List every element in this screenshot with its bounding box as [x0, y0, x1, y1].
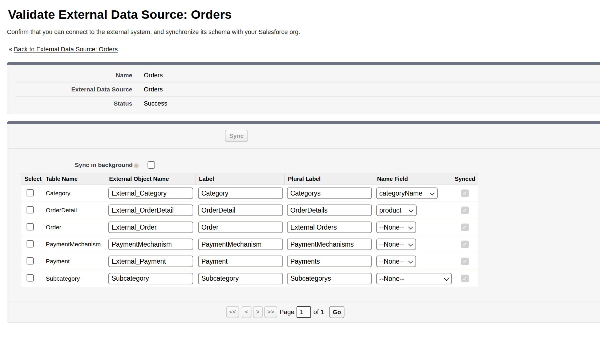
table-row: Payment--None--✓ [21, 253, 478, 270]
input-cell [196, 185, 285, 202]
page-number-input[interactable] [297, 306, 311, 318]
input-cell [106, 202, 196, 219]
select-cell [21, 236, 42, 253]
name-field-select[interactable]: --None-- [376, 239, 416, 250]
input-cell [106, 219, 196, 236]
select-cell [21, 219, 42, 236]
row-select-checkbox[interactable] [27, 257, 34, 264]
row-select-checkbox[interactable] [27, 240, 34, 247]
column-header-external-object-name: External Object Name [106, 173, 196, 185]
synced-checkbox: ✓ [461, 275, 469, 282]
row-select-checkbox[interactable] [27, 274, 34, 282]
name-field-select-wrap: product [376, 204, 417, 216]
back-link[interactable]: Back to External Data Source: Orders [14, 46, 118, 53]
previous-page-button[interactable]: < [242, 306, 251, 318]
name-field-cell: --None-- [374, 236, 452, 253]
input-cell [196, 202, 285, 219]
input-cell [106, 270, 196, 287]
help-icon[interactable]: ? [134, 163, 139, 168]
plural-label-input[interactable] [287, 204, 372, 216]
sync-panel-body: Sync Sync in background ? SelectTable Na… [7, 124, 600, 323]
external-object-name-input[interactable] [108, 239, 193, 250]
select-cell [21, 253, 42, 270]
last-page-button[interactable]: >> [264, 306, 277, 318]
sync-button[interactable]: Sync [225, 130, 248, 142]
external-objects-table: SelectTable NameExternal Object NameLabe… [21, 173, 478, 287]
external-object-name-input[interactable] [108, 256, 193, 267]
name-field-cell: --None-- [374, 253, 452, 270]
detail-row: StatusSuccess [15, 96, 600, 110]
name-field-select-wrap: categoryName [376, 187, 438, 199]
pagination: << < > >> Page of 1 Go [7, 301, 600, 322]
label-input[interactable] [198, 204, 283, 216]
synced-checkbox: ✓ [461, 207, 469, 214]
name-field-select[interactable]: --None-- [376, 222, 416, 233]
column-header-name-field: Name Field [374, 173, 452, 185]
synced-cell: ✓ [452, 219, 478, 236]
name-field-cell: --None-- [374, 219, 452, 236]
synced-checkbox: ✓ [461, 241, 469, 248]
next-page-button[interactable]: > [253, 306, 263, 318]
sync-in-background-label: Sync in background [75, 162, 133, 168]
table-name-cell: Payment [42, 253, 106, 270]
synced-checkbox: ✓ [461, 189, 469, 197]
external-object-name-input[interactable] [108, 187, 193, 199]
label-input[interactable] [198, 239, 283, 250]
row-select-checkbox[interactable] [27, 189, 34, 196]
table-name-cell: Subcategory [42, 270, 106, 287]
label-input[interactable] [198, 187, 283, 199]
synced-cell: ✓ [452, 185, 478, 202]
label-input[interactable] [198, 222, 283, 233]
sync-in-background-checkbox[interactable] [148, 161, 155, 169]
detail-row: NameOrders [15, 68, 600, 82]
input-cell [196, 270, 285, 287]
external-object-name-input[interactable] [108, 222, 193, 233]
detail-panel-top-bar [7, 62, 600, 65]
name-field-select[interactable]: categoryName [376, 187, 438, 199]
go-button[interactable]: Go [329, 306, 344, 318]
synced-cell: ✓ [452, 253, 478, 270]
detail-panel: NameOrdersExternal Data SourceOrdersStat… [7, 62, 600, 114]
column-header-select: Select [21, 173, 42, 185]
external-object-name-input[interactable] [108, 204, 193, 216]
table-row: Subcategory--None--✓ [21, 270, 478, 287]
table-row: Order--None--✓ [21, 219, 478, 236]
sync-in-background-row: Sync in background ? [7, 149, 600, 173]
row-select-checkbox[interactable] [27, 223, 34, 230]
label-input[interactable] [198, 273, 283, 284]
plural-label-input[interactable] [287, 239, 372, 250]
plural-label-input[interactable] [287, 273, 372, 284]
input-cell [285, 185, 374, 202]
name-field-cell: --None-- [374, 270, 452, 287]
page: Validate External Data Source: Orders Co… [0, 7, 600, 364]
page-title: Validate External Data Source: Orders [8, 7, 600, 22]
input-cell [196, 253, 285, 270]
name-field-select[interactable]: product [376, 204, 417, 216]
input-cell [196, 236, 285, 253]
row-select-checkbox[interactable] [27, 206, 34, 213]
synced-cell: ✓ [452, 270, 478, 287]
sync-button-row: Sync [7, 124, 600, 149]
table-row: OrderDetailproduct✓ [21, 202, 478, 219]
name-field-select[interactable]: --None-- [376, 273, 452, 284]
detail-label: External Data Source [15, 86, 132, 93]
name-field-select-wrap: --None-- [376, 256, 416, 267]
plural-label-input[interactable] [287, 222, 372, 233]
synced-checkbox: ✓ [461, 258, 469, 265]
input-cell [106, 253, 196, 270]
detail-value: Orders [144, 86, 163, 93]
table-row: CategorycategoryName✓ [21, 185, 478, 202]
plural-label-input[interactable] [287, 256, 372, 267]
external-object-name-input[interactable] [108, 273, 193, 284]
first-page-button[interactable]: << [226, 306, 239, 318]
select-cell [21, 185, 42, 202]
synced-checkbox: ✓ [461, 224, 469, 231]
page-count-label: of 1 [313, 308, 324, 316]
column-header-table-name: Table Name [42, 173, 106, 185]
plural-label-input[interactable] [287, 187, 372, 199]
synced-cell: ✓ [452, 202, 478, 219]
name-field-select[interactable]: --None-- [376, 256, 416, 267]
input-cell [285, 236, 374, 253]
label-input[interactable] [198, 256, 283, 267]
input-cell [106, 236, 196, 253]
